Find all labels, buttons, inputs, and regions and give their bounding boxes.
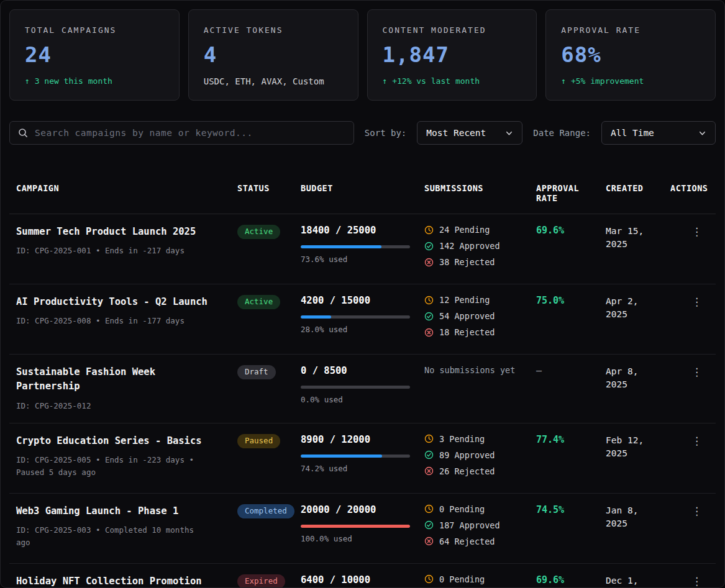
budget-used-label: 0.0% used [301, 395, 424, 404]
submissions-cell: 0 Pending 187 Approved 64 Rejected [424, 504, 536, 553]
status-badge: Completed [237, 504, 294, 518]
clock-icon [424, 504, 434, 513]
budget-cell: 8900 / 12000 74.2% used [301, 434, 424, 482]
stat-card-content-moderated: CONTENT MODERATED 1,847 ↑ +12% vs last m… [367, 9, 537, 101]
approval-rate-cell: 69.6% [536, 225, 606, 273]
actions-cell: ⋮ [670, 295, 716, 343]
rejected-line: 38 Rejected [424, 257, 536, 267]
approved-line: 142 Approved [424, 241, 536, 251]
budget-progress-fill [301, 455, 382, 458]
budget-progress-track [301, 525, 410, 528]
table-row[interactable]: AI Productivity Tools - Q2 Launch ID: CP… [9, 284, 716, 355]
x-circle-icon [424, 328, 434, 337]
table-row[interactable]: Summer Tech Product Launch 2025 ID: CPG-… [9, 214, 716, 284]
table-body: Summer Tech Product Launch 2025 ID: CPG-… [9, 214, 716, 588]
row-actions-button[interactable]: ⋮ [686, 504, 707, 518]
approval-rate-cell: 77.4% [536, 434, 606, 482]
chevron-down-icon [505, 129, 513, 137]
approved-line: 54 Approved [424, 311, 536, 321]
stat-label: CONTENT MODERATED [383, 25, 522, 35]
pending-count: 0 Pending [439, 504, 485, 514]
check-circle-icon [424, 520, 434, 530]
campaign-title: AI Productivity Tools - Q2 Launch [16, 295, 237, 309]
campaign-cell: Web3 Gaming Launch - Phase 1 ID: CPG-202… [16, 504, 237, 553]
search-input[interactable] [35, 128, 345, 138]
created-date-cell: Dec 1, 2024 [606, 574, 650, 588]
approved-line: 187 Approved [424, 520, 536, 530]
created-date-cell: Mar 15, 2025 [606, 225, 650, 273]
campaign-cell: Holiday NFT Collection Promotion ID: CPG… [16, 574, 237, 588]
stat-card-approval-rate: APPROVAL RATE 68% ↑ +5% improvement [545, 9, 716, 101]
budget-used-label: 100.0% used [301, 534, 424, 543]
submissions-cell: 24 Pending 142 Approved 38 Rejected [424, 225, 536, 273]
stat-detail: USDC, ETH, AVAX, Custom [204, 76, 343, 86]
actions-cell: ⋮ [670, 504, 716, 553]
stat-trend: ↑ +5% improvement [561, 76, 700, 86]
x-circle-icon [424, 536, 434, 546]
budget-progress-track [301, 455, 410, 458]
row-actions-button[interactable]: ⋮ [686, 434, 707, 448]
status-badge: Expired [237, 574, 285, 588]
date-range-select[interactable]: All Time [601, 121, 716, 145]
clock-icon [424, 225, 434, 235]
row-actions-button[interactable]: ⋮ [686, 295, 707, 309]
table-row[interactable]: Web3 Gaming Launch - Phase 1 ID: CPG-202… [9, 494, 716, 564]
actions-cell: ⋮ [670, 365, 716, 412]
stat-trend: ↑ +12% vs last month [383, 76, 522, 86]
row-actions-button[interactable]: ⋮ [686, 225, 707, 239]
submissions-cell: No submissions yet [424, 365, 536, 412]
campaign-meta: ID: CPG-2025-001 • Ends in -217 days [16, 245, 237, 257]
status-badge: Draft [237, 365, 276, 379]
stat-label: ACTIVE TOKENS [204, 25, 343, 35]
approval-rate-cell: 69.6% [536, 574, 606, 588]
budget-amount: 6400 / 10000 [301, 574, 424, 586]
approval-rate-cell: — [536, 365, 606, 412]
search-box[interactable] [9, 121, 354, 145]
status-badge: Active [237, 295, 280, 309]
stat-value: 1,847 [383, 42, 522, 67]
campaign-title: Sustainable Fashion Week Partnership [16, 365, 237, 394]
budget-amount: 4200 / 15000 [301, 295, 424, 306]
table-header: CAMPAIGN STATUS BUDGET SUBMISSIONS APPRO… [9, 183, 716, 214]
approved-count: 187 Approved [439, 520, 500, 530]
sort-select-value: Most Recent [426, 128, 486, 138]
approved-count: 54 Approved [439, 311, 495, 321]
status-cell: Completed [237, 504, 301, 553]
approval-rate-cell: 75.0% [536, 295, 606, 343]
rejected-line: 64 Rejected [424, 536, 536, 546]
campaign-title: Web3 Gaming Launch - Phase 1 [16, 504, 237, 518]
check-circle-icon [424, 450, 434, 459]
submissions-cell: 0 Pending 64 Approved 28 Rejected [424, 574, 536, 588]
stat-card-total-campaigns: TOTAL CAMPAIGNS 24 ↑ 3 new this month [9, 9, 180, 101]
table-row[interactable]: Holiday NFT Collection Promotion ID: CPG… [9, 564, 716, 588]
budget-progress-fill [301, 315, 331, 319]
campaign-meta: ID: CPG-2025-005 • Ends in -223 days • P… [16, 454, 237, 479]
approved-count: 89 Approved [439, 450, 495, 460]
column-header-budget: BUDGET [301, 183, 424, 203]
campaigns-table: CAMPAIGN STATUS BUDGET SUBMISSIONS APPRO… [9, 183, 716, 588]
check-circle-icon [424, 242, 434, 251]
rejected-count: 64 Rejected [439, 536, 495, 546]
rejected-count: 38 Rejected [439, 257, 495, 267]
status-cell: Active [237, 295, 301, 343]
status-badge: Paused [237, 434, 280, 448]
budget-progress-track [301, 315, 410, 319]
table-row[interactable]: Sustainable Fashion Week Partnership ID:… [9, 355, 716, 423]
campaign-cell: Crypto Education Series - Basics ID: CPG… [16, 434, 237, 482]
stat-trend: ↑ 3 new this month [25, 76, 164, 86]
stat-value: 4 [204, 42, 343, 67]
budget-progress-track [301, 386, 410, 389]
row-actions-button[interactable]: ⋮ [686, 574, 707, 588]
created-date-cell: Feb 12, 2025 [606, 434, 650, 482]
row-actions-button[interactable]: ⋮ [686, 365, 707, 379]
budget-amount: 20000 / 20000 [301, 504, 424, 515]
table-row[interactable]: Crypto Education Series - Basics ID: CPG… [9, 423, 716, 494]
submissions-cell: 3 Pending 89 Approved 26 Rejected [424, 434, 536, 482]
sort-select[interactable]: Most Recent [417, 121, 522, 145]
submissions-cell: 12 Pending 54 Approved 18 Rejected [424, 295, 536, 343]
budget-cell: 4200 / 15000 28.0% used [301, 295, 424, 343]
column-header-submissions: SUBMISSIONS [424, 183, 536, 203]
campaign-cell: Sustainable Fashion Week Partnership ID:… [16, 365, 237, 412]
pending-count: 24 Pending [439, 225, 490, 235]
column-header-campaign: CAMPAIGN [16, 183, 237, 203]
